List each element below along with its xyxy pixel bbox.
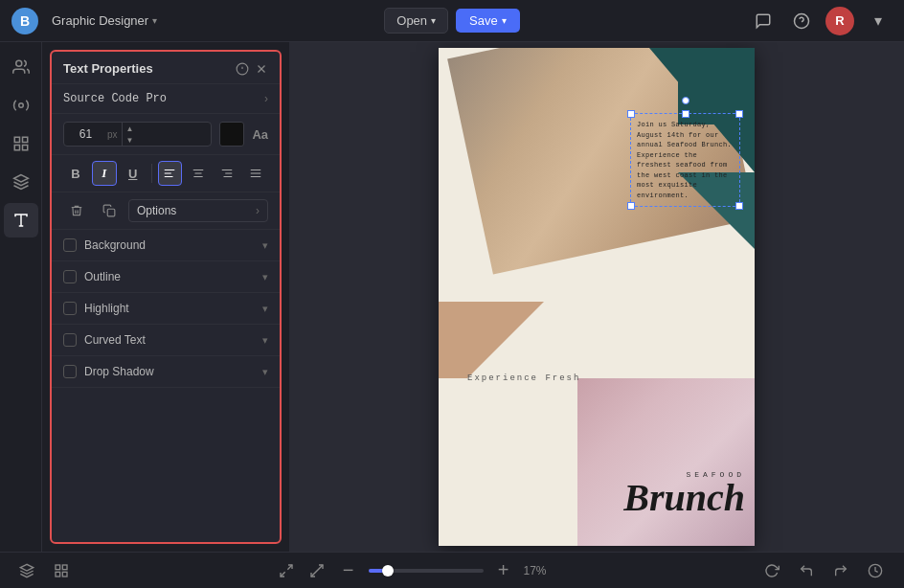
text-properties-panel: Text Properties Sou (50, 50, 282, 544)
accordion-curved-text-header[interactable]: Curved Text ▾ (52, 325, 280, 355)
font-chevron-icon: › (264, 92, 268, 105)
accordion-outline-header[interactable]: Outline ▾ (52, 261, 280, 292)
panel-header-icons (236, 62, 268, 76)
background-label: Background (84, 238, 255, 252)
chat-icon-button[interactable] (749, 7, 778, 35)
italic-button[interactable]: I (92, 161, 117, 186)
accordion-drop-shadow-header[interactable]: Drop Shadow ▾ (52, 356, 280, 387)
drop-shadow-checkbox[interactable] (63, 365, 77, 378)
sidebar-people-icon[interactable] (4, 50, 38, 84)
app-name-label: Graphic Designer (52, 13, 148, 28)
options-label: Options (137, 204, 176, 217)
resize-button[interactable] (305, 559, 328, 582)
accordion-background: Background ▾ (52, 230, 280, 261)
svg-rect-7 (22, 146, 27, 150)
outline-label: Outline (84, 270, 255, 283)
svg-point-3 (18, 103, 23, 108)
selection-handle-tc[interactable] (682, 110, 689, 118)
zoom-out-button[interactable]: − (336, 558, 361, 583)
curved-text-chevron-icon: ▾ (262, 334, 268, 347)
help-icon-button[interactable] (787, 7, 816, 35)
zoom-slider-thumb[interactable] (382, 565, 394, 577)
canvas-area[interactable]: Join us Saturday, August 14th for our an… (289, 42, 904, 552)
highlight-label: Highlight (84, 302, 255, 315)
canvas-text-content[interactable]: Join us Saturday, August 14th for our an… (637, 120, 734, 200)
bottombar-left (15, 559, 73, 582)
svg-line-34 (281, 572, 285, 577)
accordion-highlight-header[interactable]: Highlight ▾ (52, 293, 280, 324)
curved-text-checkbox[interactable] (63, 333, 77, 347)
selection-handle-br[interactable] (735, 202, 743, 210)
rotation-handle[interactable] (682, 97, 689, 104)
zoom-in-button[interactable]: + (491, 558, 516, 583)
sidebar-layout-icon[interactable] (4, 126, 38, 161)
align-center-button[interactable] (186, 161, 211, 186)
format-row: B I U (52, 155, 280, 192)
design-canvas[interactable]: Join us Saturday, August 14th for our an… (439, 48, 755, 546)
panel-title: Text Properties (63, 61, 153, 76)
format-divider-1 (151, 164, 152, 183)
experience-fresh-label[interactable]: Experience Fresh (467, 373, 580, 383)
topbar-center: Open ▾ Save ▾ (384, 8, 519, 34)
accordion-curved-text: Curved Text ▾ (52, 325, 280, 356)
align-right-button[interactable] (215, 161, 239, 186)
selection-handle-tl[interactable] (627, 110, 635, 118)
options-selector[interactable]: Options › (128, 199, 268, 222)
svg-line-35 (311, 565, 323, 577)
layers-button[interactable] (15, 559, 38, 582)
align-left-button[interactable] (158, 161, 183, 186)
account-chevron-icon[interactable]: ▾ (864, 7, 893, 35)
bottombar: − + 17% (0, 552, 904, 588)
refresh-button[interactable] (758, 557, 785, 584)
sidebar-shapes-icon[interactable] (4, 165, 38, 199)
topbar: B Graphic Designer ▾ Open ▾ Save ▾ (0, 0, 904, 42)
undo-button[interactable] (793, 557, 820, 584)
copy-icon-button[interactable] (96, 198, 123, 223)
panel-close-icon[interactable] (255, 62, 268, 76)
sidebar-elements-icon[interactable] (4, 88, 38, 123)
outline-chevron-icon: ▾ (262, 271, 268, 283)
app-logo[interactable]: B (11, 8, 38, 34)
bold-button[interactable]: B (63, 161, 88, 186)
selection-handle-tr[interactable] (735, 110, 743, 118)
save-button[interactable]: Save ▾ (456, 9, 520, 33)
outline-checkbox[interactable] (63, 270, 77, 283)
font-size-row: px ▲ ▼ Aa (52, 114, 280, 155)
underline-button[interactable]: U (121, 161, 146, 186)
seafood-brunch-area[interactable]: SEAFOOD Brunch (623, 470, 745, 517)
svg-rect-5 (22, 137, 27, 142)
font-size-up-button[interactable]: ▲ (123, 123, 138, 134)
svg-point-2 (15, 60, 21, 66)
font-size-unit: px (107, 129, 122, 140)
text-case-button[interactable]: Aa (252, 127, 268, 142)
grid-button[interactable] (50, 559, 73, 582)
open-button[interactable]: Open ▾ (384, 8, 448, 34)
delete-icon-button[interactable] (63, 198, 90, 223)
font-size-down-button[interactable]: ▼ (123, 134, 138, 146)
text-color-swatch[interactable] (219, 122, 244, 147)
svg-rect-30 (62, 565, 67, 570)
redo-button[interactable] (827, 557, 854, 584)
history-button[interactable] (862, 557, 889, 584)
highlight-checkbox[interactable] (63, 302, 77, 315)
fit-screen-button[interactable] (275, 559, 298, 582)
accordion-background-header[interactable]: Background ▾ (52, 230, 280, 260)
brunch-label: Brunch (623, 479, 745, 517)
user-avatar[interactable]: R (825, 7, 854, 35)
zoom-slider[interactable] (369, 569, 484, 573)
sidebar-text-icon[interactable] (4, 203, 38, 237)
background-checkbox[interactable] (63, 238, 77, 252)
selection-handle-bl[interactable] (627, 202, 635, 210)
svg-rect-31 (56, 572, 60, 577)
text-selection-box[interactable]: Join us Saturday, August 14th for our an… (630, 113, 740, 207)
panel-info-icon[interactable] (236, 62, 249, 76)
font-size-input[interactable] (64, 124, 107, 145)
accordion-drop-shadow: Drop Shadow ▾ (52, 356, 280, 388)
app-name-button[interactable]: Graphic Designer ▾ (46, 10, 163, 32)
font-size-arrows: ▲ ▼ (122, 123, 138, 146)
font-selector[interactable]: Source Code Pro › (52, 84, 280, 114)
bottombar-center: − + 17% (275, 558, 557, 583)
align-justify-button[interactable] (243, 161, 268, 186)
panel-header: Text Properties (52, 52, 280, 84)
app-name-chevron: ▾ (152, 15, 157, 26)
